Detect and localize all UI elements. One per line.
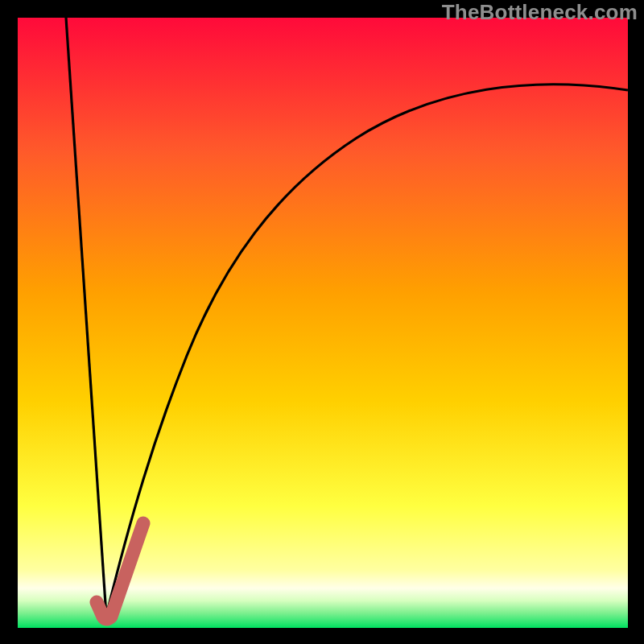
plot-svg [18,18,628,628]
watermark-text: TheBottleneck.com [442,0,638,25]
chart-frame: TheBottleneck.com [0,0,644,644]
plot-area [18,18,628,628]
gradient-background [18,18,628,628]
